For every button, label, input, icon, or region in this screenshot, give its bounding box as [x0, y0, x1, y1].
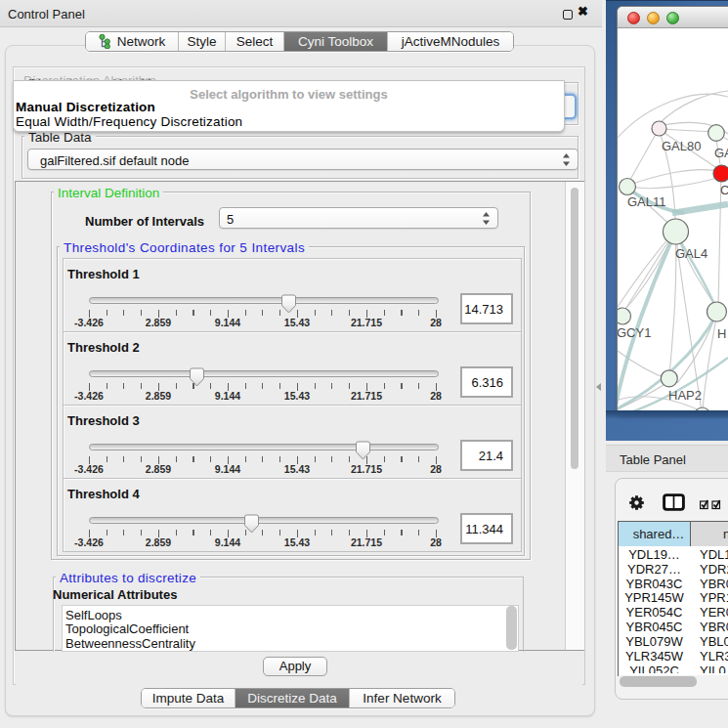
svg-text:GAL4: GAL4 — [675, 246, 707, 261]
svg-text:GAL80: GAL80 — [662, 139, 701, 153]
svg-text:GA: GA — [714, 146, 728, 160]
svg-text:GAL11: GAL11 — [627, 194, 666, 209]
svg-text:H: H — [717, 326, 726, 341]
svg-text:GCY1: GCY1 — [618, 325, 651, 340]
svg-text:HAP2: HAP2 — [668, 388, 702, 403]
svg-text:C: C — [720, 183, 728, 197]
